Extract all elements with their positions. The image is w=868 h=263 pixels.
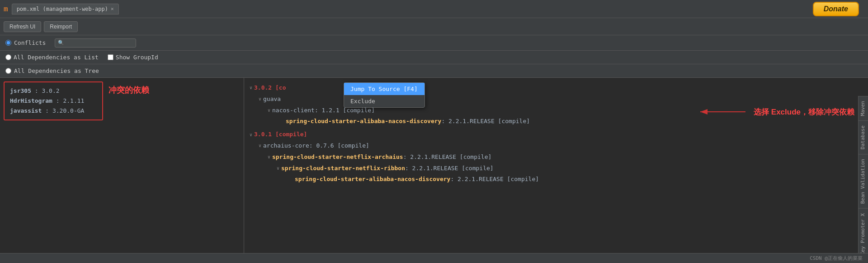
- chevron-nacos-client: ∨: [268, 107, 270, 114]
- left-panel: jsr305 : 3.0.2 HdrHistogram : 2.1.11 jav…: [0, 78, 244, 253]
- side-tab-bean-validation[interactable]: Bean Validation: [859, 154, 868, 208]
- show-group-id-text: Show GroupId: [116, 54, 158, 61]
- chevron-ribbon: ∨: [277, 165, 279, 172]
- tree-item-nacos-discovery-2[interactable]: spring-cloud-starter-alibaba-nacos-disco…: [295, 174, 863, 185]
- dep-name-javassist: javassist: [10, 107, 42, 114]
- dep-name-hdr: HdrHistogram: [10, 97, 52, 104]
- top-bar: m pom.xml (management-web-app) ✕ Donate: [0, 0, 868, 18]
- dep-item-jsr305: jsr305 : 3.0.2: [10, 86, 97, 96]
- dep-version-hdr: : 2.1.11: [56, 97, 85, 104]
- item-archaius-version: : 0.7.6 [compile]: [309, 141, 369, 151]
- arrow-svg: [696, 105, 750, 119]
- tree-container: ∨ 3.0.2 [co Jump To Source [F4] Exclude: [248, 80, 864, 188]
- donate-button[interactable]: Donate: [813, 2, 859, 16]
- context-menu-exclude[interactable]: Exclude: [344, 95, 425, 107]
- all-deps-tree-text: All Dependencies as Tree: [14, 67, 99, 74]
- conflict-box: jsr305 : 3.0.2 HdrHistogram : 2.1.11 jav…: [4, 81, 103, 120]
- item-archaius-starter-name: spring-cloud-starter-netflix-archaius: [272, 153, 403, 162]
- close-tab-icon[interactable]: ✕: [111, 6, 114, 12]
- tree-item-302[interactable]: ∨ 3.0.2 [co: [250, 82, 863, 94]
- all-deps-tree-label[interactable]: All Dependencies as Tree: [5, 67, 99, 74]
- search-icon: 🔍: [58, 40, 64, 46]
- all-deps-list-radio[interactable]: [5, 54, 11, 60]
- side-tab-key-promoter[interactable]: Key Promoter X: [859, 208, 868, 260]
- all-deps-tree-radio[interactable]: [5, 68, 11, 74]
- toolbar: Refresh UI Reimport: [0, 18, 868, 35]
- chevron-archaius: ∨: [259, 142, 261, 149]
- version-302: 3.0.2 [co: [254, 83, 286, 93]
- context-menu-jump-to-source[interactable]: Jump To Source [F4]: [344, 83, 425, 95]
- tree-item-ribbon[interactable]: ∨ spring-cloud-starter-netflix-ribbon : …: [277, 163, 863, 174]
- options-row-2: All Dependencies as Tree: [0, 64, 868, 78]
- item-nacos-discovery-1-version: : 2.2.1.RELEASE [compile]: [441, 117, 530, 126]
- item-guava: guava: [263, 95, 281, 104]
- dep-name-jsr305: jsr305: [10, 87, 31, 94]
- item-nacos-discovery-2-name: spring-cloud-starter-alibaba-nacos-disco…: [295, 175, 450, 184]
- tab-label: pom.xml (management-web-app): [17, 6, 108, 12]
- file-tab[interactable]: pom.xml (management-web-app) ✕: [12, 4, 119, 14]
- dep-version-javassist: : 3.20.0-GA: [45, 107, 84, 114]
- all-deps-list-text: All Dependencies as List: [14, 54, 99, 61]
- dep-version-jsr305: : 3.0.2: [35, 87, 60, 94]
- search-box: 🔍: [55, 38, 136, 48]
- refresh-ui-button[interactable]: Refresh UI: [4, 21, 41, 32]
- item-ribbon-name: spring-cloud-starter-netflix-ribbon: [281, 164, 405, 173]
- dep-item-javassist: javassist : 3.20.0-GA: [10, 106, 97, 116]
- search-input[interactable]: [66, 40, 129, 46]
- version-301: 3.0.1 [compile]: [254, 130, 307, 139]
- reimport-button[interactable]: Reimport: [44, 21, 78, 32]
- chevron-archaius-starter: ∨: [268, 153, 270, 161]
- tree-item-archaius-starter[interactable]: ∨ spring-cloud-starter-netflix-archaius …: [268, 152, 863, 163]
- tree-item-archaius[interactable]: ∨ archaius-core : 0.7.6 [compile]: [259, 140, 863, 152]
- side-tab-maven[interactable]: Maven: [859, 96, 868, 120]
- all-deps-list-label[interactable]: All Dependencies as List: [5, 54, 99, 61]
- options-row-1: All Dependencies as List Show GroupId: [0, 51, 868, 64]
- dep-item-hdr: HdrHistogram : 2.1.11: [10, 96, 97, 106]
- tree-item-301[interactable]: ∨ 3.0.1 [compile]: [250, 129, 863, 140]
- right-side-tabs: Maven Database Bean Validation Key Promo…: [858, 96, 868, 260]
- chevron-301: ∨: [250, 131, 252, 139]
- bottom-bar: CSDN @正在偷人的菜菜: [0, 253, 868, 263]
- conflicts-label: Conflicts: [14, 39, 46, 46]
- item-nacos-client: nacos-client: [272, 106, 315, 115]
- credit-text: CSDN @正在偷人的菜菜: [810, 255, 863, 262]
- item-archaius: archaius-core: [263, 141, 309, 151]
- right-panel: ∨ 3.0.2 [co Jump To Source [F4] Exclude: [244, 78, 868, 253]
- annotation-conflict: 冲突的依赖: [108, 85, 149, 96]
- maven-logo: m: [4, 5, 8, 13]
- context-menu: Jump To Source [F4] Exclude: [344, 82, 425, 108]
- chevron-302: ∨: [250, 84, 252, 91]
- show-group-id-checkbox[interactable]: [108, 54, 113, 60]
- conflicts-radio[interactable]: [5, 40, 11, 46]
- item-ribbon-version: : 2.2.1.RELEASE [compile]: [405, 164, 494, 173]
- item-archaius-starter-version: : 2.2.1.RELEASE [compile]: [403, 153, 492, 162]
- annotation-exclude-text: 选择 Exclude，移除冲突依赖: [754, 107, 854, 117]
- filter-row: Conflicts 🔍: [0, 35, 868, 51]
- chevron-guava: ∨: [259, 96, 261, 103]
- show-group-id-label[interactable]: Show GroupId: [108, 54, 158, 61]
- annotation-exclude-area: 选择 Exclude，移除冲突依赖: [696, 105, 854, 119]
- item-nacos-discovery-1-name: spring-cloud-starter-alibaba-nacos-disco…: [286, 117, 441, 126]
- main-content: jsr305 : 3.0.2 HdrHistogram : 2.1.11 jav…: [0, 78, 868, 253]
- conflicts-radio-label[interactable]: Conflicts: [5, 39, 46, 46]
- side-tab-database[interactable]: Database: [859, 120, 868, 154]
- item-nacos-discovery-2-version: : 2.2.1.RELEASE [compile]: [450, 175, 539, 184]
